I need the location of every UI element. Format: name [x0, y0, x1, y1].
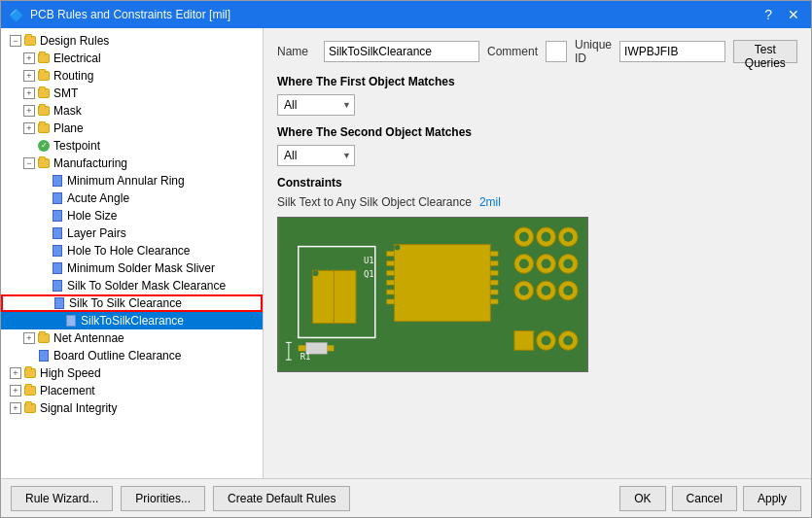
tree-label-min-solder-mask: Minimum Solder Mask Sliver	[67, 261, 215, 275]
help-button[interactable]: ?	[760, 7, 776, 22]
rule-icon-silk-solder-mask	[50, 278, 65, 294]
tree-label-board-outline: Board Outline Clearance	[53, 349, 181, 363]
expand-min-annular	[36, 174, 50, 188]
expand-net-antennae[interactable]: +	[22, 331, 36, 345]
rule-icon-silktosilkclearance	[63, 313, 79, 328]
svg-rect-18	[490, 290, 498, 294]
tree-item-silktosilkclearance[interactable]: SilkToSilkClearance	[1, 312, 263, 329]
tree-item-smt[interactable]: + SMT	[1, 85, 263, 102]
tree-item-placement[interactable]: + Placement	[1, 382, 263, 399]
expand-electrical[interactable]: +	[22, 52, 36, 65]
where-second-dropdown[interactable]: All	[277, 145, 355, 166]
tree-item-mask[interactable]: + Mask	[1, 102, 263, 120]
tree-item-min-annular[interactable]: Minimum Annular Ring	[1, 172, 263, 190]
left-panel: − Design Rules + Electrical + Routing + …	[1, 28, 264, 478]
expand-silk-solder-mask	[36, 279, 50, 293]
tree-label-silk-solder-mask: Silk To Solder Mask Clearance	[67, 279, 226, 293]
svg-point-36	[542, 286, 551, 295]
expand-high-speed[interactable]: +	[9, 366, 22, 380]
expand-placement[interactable]: +	[9, 384, 22, 397]
cancel-button[interactable]: Cancel	[672, 486, 737, 511]
tree-label-high-speed: High Speed	[40, 366, 101, 380]
folder-icon-placement	[22, 383, 38, 398]
folder-icon-net-antennae	[36, 330, 52, 346]
priorities-button[interactable]: Priorities...	[121, 486, 205, 511]
tree-label-electrical: Electrical	[53, 52, 101, 65]
bottom-right-buttons: OK Cancel Apply	[619, 486, 801, 511]
rule-wizard-button[interactable]: Rule Wizard...	[11, 486, 113, 511]
folder-icon-mask	[36, 103, 52, 119]
tree-item-high-speed[interactable]: + High Speed	[1, 364, 263, 382]
folder-icon-signal-integrity	[22, 400, 38, 416]
comment-input[interactable]	[546, 41, 567, 62]
tree-label-signal-integrity: Signal Integrity	[40, 401, 117, 415]
svg-rect-9	[387, 260, 395, 265]
tree-label-smt: SMT	[53, 86, 78, 100]
tree-label-hole-size: Hole Size	[67, 209, 117, 223]
constraint-row: Silk Text to Any Silk Object Clearance 2…	[277, 195, 797, 209]
tree-label-manufacturing: Manufacturing	[53, 156, 127, 170]
svg-rect-8	[387, 252, 395, 257]
close-button[interactable]: ✕	[784, 7, 803, 22]
svg-point-28	[519, 259, 529, 268]
tree-item-manufacturing[interactable]: − Manufacturing	[1, 155, 263, 172]
svg-point-22	[519, 232, 529, 242]
tree-item-silk-to-silk[interactable]: Silk To Silk Clearance	[1, 294, 263, 312]
tree-item-signal-integrity[interactable]: + Signal Integrity	[1, 399, 263, 417]
rule-icon-min-solder-mask	[50, 260, 65, 276]
expand-routing[interactable]: +	[22, 69, 36, 83]
svg-point-20	[395, 245, 401, 251]
tree-item-testpoint[interactable]: ✓ Testpoint	[1, 137, 263, 155]
expand-design-rules[interactable]: −	[9, 34, 22, 48]
create-default-rules-button[interactable]: Create Default Rules	[213, 486, 350, 511]
tree-item-routing[interactable]: + Routing	[1, 67, 263, 85]
tree-label-placement: Placement	[40, 384, 95, 397]
tree-label-min-annular: Minimum Annular Ring	[67, 174, 185, 188]
expand-manufacturing[interactable]: −	[22, 156, 36, 170]
svg-point-3	[313, 270, 319, 276]
tree-item-electrical[interactable]: + Electrical	[1, 50, 263, 67]
svg-point-45	[542, 335, 551, 345]
constraint-value: 2mil	[479, 195, 501, 209]
title-bar: 🔷 PCB Rules and Constraints Editor [mil]…	[1, 1, 811, 28]
tree-item-hole-size[interactable]: Hole Size	[1, 207, 263, 224]
tree-item-board-outline[interactable]: Board Outline Clearance	[1, 347, 263, 364]
where-first-dropdown[interactable]: All	[277, 94, 355, 116]
tree-item-acute-angle[interactable]: Acute Angle	[1, 190, 263, 207]
expand-signal-integrity[interactable]: +	[9, 401, 22, 415]
svg-text:U1: U1	[364, 256, 374, 265]
tree-label-acute-angle: Acute Angle	[67, 191, 129, 205]
folder-icon-routing	[36, 68, 52, 84]
tree-item-min-solder-mask[interactable]: Minimum Solder Mask Sliver	[1, 259, 263, 277]
tree-item-silk-solder-mask[interactable]: Silk To Solder Mask Clearance	[1, 277, 263, 294]
tree-item-hole-clearance[interactable]: Hole To Hole Clearance	[1, 242, 263, 259]
folder-icon-design-rules	[22, 33, 38, 49]
expand-smt[interactable]: +	[22, 86, 36, 100]
tree-label-layer-pairs: Layer Pairs	[67, 226, 126, 240]
svg-rect-11	[387, 280, 395, 285]
svg-text:R1: R1	[300, 352, 311, 362]
svg-point-34	[519, 286, 529, 295]
tree-item-layer-pairs[interactable]: Layer Pairs	[1, 224, 263, 242]
tree-label-hole-clearance: Hole To Hole Clearance	[67, 244, 191, 258]
uniqueid-input[interactable]	[619, 41, 725, 62]
expand-mask[interactable]: +	[22, 104, 36, 118]
ok-button[interactable]: OK	[619, 486, 665, 511]
name-input[interactable]	[324, 41, 479, 62]
svg-point-30	[542, 259, 551, 268]
test-queries-button[interactable]: Test Queries	[733, 40, 797, 63]
apply-button[interactable]: Apply	[743, 486, 801, 511]
tree-item-design-rules[interactable]: − Design Rules	[1, 32, 263, 50]
expand-hole-size	[36, 209, 50, 223]
tree-label-routing: Routing	[53, 69, 93, 83]
expand-plane[interactable]: +	[22, 121, 36, 135]
tree-label-net-antennae: Net Antennae	[53, 331, 124, 345]
rule-icon-min-annular	[50, 173, 65, 189]
tree-item-plane[interactable]: + Plane	[1, 120, 263, 137]
svg-point-24	[542, 232, 551, 242]
comment-label: Comment	[487, 45, 538, 58]
rule-icon-hole-clearance	[50, 243, 65, 259]
rule-icon-acute-angle	[50, 190, 65, 206]
window-title: PCB Rules and Constraints Editor [mil]	[30, 8, 230, 21]
tree-item-net-antennae[interactable]: + Net Antennae	[1, 329, 263, 347]
